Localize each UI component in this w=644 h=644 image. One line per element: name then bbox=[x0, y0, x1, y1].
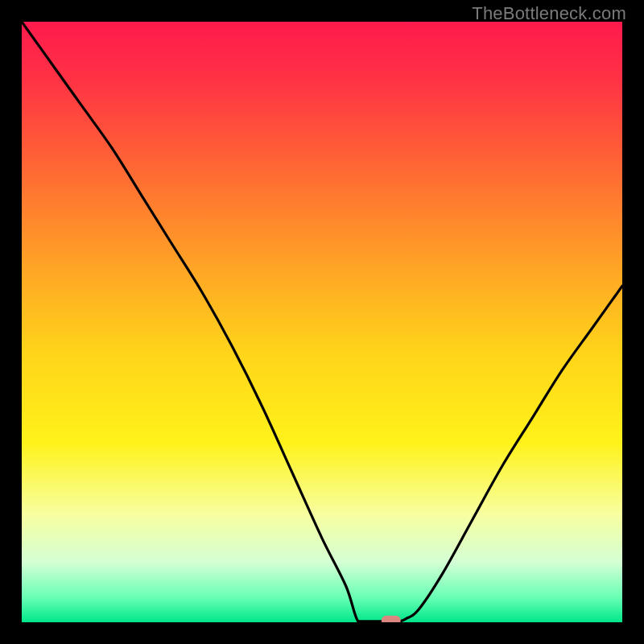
chart-container: TheBottleneck.com bbox=[0, 0, 644, 644]
gradient-background bbox=[22, 22, 622, 622]
optimal-marker bbox=[382, 616, 401, 622]
watermark-text: TheBottleneck.com bbox=[472, 3, 626, 24]
chart-svg bbox=[22, 22, 622, 622]
plot-area bbox=[22, 22, 622, 622]
